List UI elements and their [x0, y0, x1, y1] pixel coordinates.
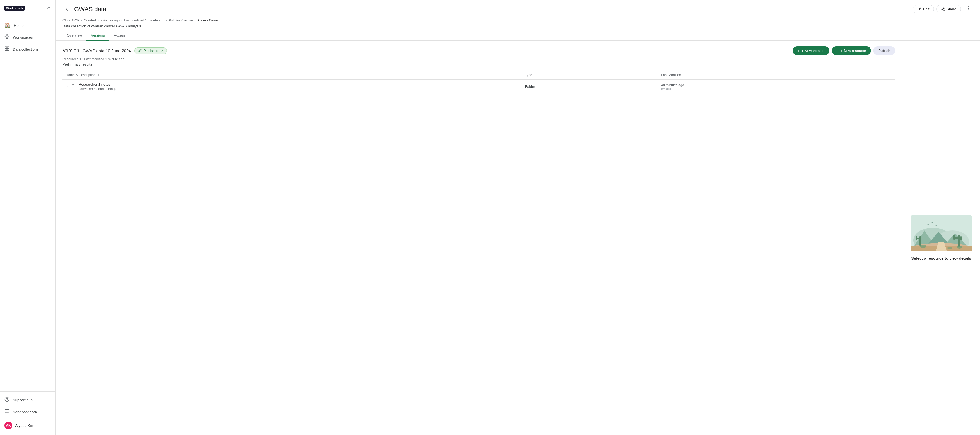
- edit-label: Edit: [923, 7, 929, 11]
- page-title: GWAS data: [74, 6, 106, 13]
- svg-point-18: [968, 10, 969, 11]
- resource-table: Name & Description Type Last Modified: [62, 71, 895, 94]
- more-options-button[interactable]: [963, 5, 973, 14]
- sidebar-item-send-feedback[interactable]: Send feedback: [0, 406, 56, 418]
- avatar: AK: [5, 422, 12, 429]
- version-description: Preliminary results: [62, 62, 895, 66]
- svg-rect-7: [5, 49, 7, 51]
- svg-point-12: [942, 9, 943, 10]
- sidebar-footer: Support hub Send feedback AK Alyssa Kim: [0, 392, 56, 435]
- tab-versions[interactable]: Versions: [86, 30, 109, 41]
- sidebar-logo: Workbench «: [0, 0, 56, 17]
- last-modified: Last modified 1 minute ago: [124, 18, 164, 22]
- version-section-label: Version: [62, 48, 79, 54]
- edit-icon: [918, 7, 921, 11]
- resource-name-cell: Researcher 1 notes Jane's notes and find…: [62, 80, 522, 94]
- user-section[interactable]: AK Alyssa Kim: [0, 418, 56, 433]
- sidebar-item-data-collections[interactable]: Data collections: [0, 43, 53, 55]
- sidebar-item-home[interactable]: 🏠 Home: [0, 19, 53, 31]
- sidebar-item-workspaces[interactable]: Workspaces: [0, 31, 53, 43]
- header-left: GWAS data: [62, 5, 106, 14]
- svg-rect-8: [7, 49, 9, 51]
- version-actions: + + New version + + New resource Publish: [793, 46, 895, 55]
- sidebar-nav: 🏠 Home Workspaces Data collections: [0, 17, 56, 392]
- svg-point-13: [943, 10, 945, 11]
- table-row[interactable]: Researcher 1 notes Jane's notes and find…: [62, 80, 895, 94]
- svg-point-17: [968, 8, 969, 9]
- tab-access[interactable]: Access: [109, 30, 130, 41]
- publish-button[interactable]: Publish: [873, 46, 895, 55]
- sidebar-label-support-hub: Support hub: [13, 398, 33, 402]
- main-content: GWAS data Edit Share Cloud GCP • Created…: [56, 0, 980, 435]
- svg-rect-6: [7, 46, 9, 48]
- sidebar: Workbench « 🏠 Home Workspaces Data colle…: [0, 0, 56, 435]
- policies: Policies 0 active: [169, 18, 193, 22]
- svg-rect-5: [5, 46, 7, 48]
- user-name: Alyssa Kim: [15, 423, 34, 428]
- dot-3: •: [166, 18, 167, 22]
- col-header-type: Type: [522, 71, 658, 80]
- header-actions: Edit Share: [913, 5, 973, 14]
- more-icon: [966, 6, 971, 11]
- publish-label: Publish: [878, 49, 890, 53]
- sidebar-item-support-hub[interactable]: Support hub: [0, 394, 56, 406]
- svg-point-11: [943, 8, 945, 9]
- svg-point-38: [947, 247, 952, 249]
- sidebar-label-workspaces: Workspaces: [13, 35, 33, 39]
- resource-modified-cell: 48 minutes ago By You: [658, 80, 895, 94]
- content-area: Version GWAS data 10 June 2024 Published…: [56, 41, 980, 435]
- svg-point-37: [956, 246, 962, 249]
- modified-by: By You: [661, 87, 892, 91]
- svg-line-14: [942, 9, 943, 10]
- workspaces-icon: [5, 34, 10, 40]
- version-name: GWAS data 10 June 2024: [83, 48, 131, 53]
- access-owner: Access Owner: [197, 18, 219, 22]
- svg-point-1: [5, 36, 6, 37]
- col-header-name: Name & Description: [62, 71, 522, 80]
- description-row: Data collection of ovarian cancer GWAS a…: [56, 24, 980, 30]
- sidebar-label-send-feedback: Send feedback: [13, 410, 37, 414]
- svg-point-36: [920, 245, 926, 248]
- resource-info: Researcher 1 notes Jane's notes and find…: [79, 82, 116, 91]
- left-panel: Version GWAS data 10 June 2024 Published…: [56, 41, 902, 435]
- new-resource-label: + New resource: [841, 49, 866, 53]
- logo-badge: Workbench: [5, 6, 24, 11]
- right-panel: Select a resource to view details: [902, 41, 980, 435]
- data-collections-icon: [5, 46, 10, 53]
- version-meta: Resources 1 • Last modified 1 minute ago: [62, 57, 895, 61]
- published-icon: [138, 49, 142, 53]
- edit-button[interactable]: Edit: [913, 5, 934, 13]
- tab-overview[interactable]: Overview: [62, 30, 86, 41]
- svg-point-4: [7, 38, 8, 39]
- send-feedback-icon: [5, 409, 10, 415]
- svg-rect-30: [916, 236, 917, 240]
- back-button[interactable]: [62, 5, 72, 14]
- expand-icon: [66, 85, 69, 88]
- sidebar-label-home: Home: [14, 24, 24, 28]
- select-resource-text: Select a resource to view details: [911, 256, 971, 261]
- folder-icon: [72, 84, 76, 89]
- expand-button[interactable]: [66, 84, 70, 89]
- new-resource-button[interactable]: + + New resource: [832, 46, 871, 55]
- collection-description: Data collection of ovarian cancer GWAS a…: [62, 24, 141, 28]
- version-header: Version GWAS data 10 June 2024 Published…: [62, 46, 895, 55]
- sidebar-collapse-button[interactable]: «: [46, 5, 51, 11]
- sort-down-icon: [97, 73, 100, 77]
- share-label: Share: [947, 7, 956, 11]
- published-label: Published: [143, 49, 158, 53]
- col-header-modified: Last Modified: [658, 71, 895, 80]
- resource-description: Jane's notes and findings: [79, 87, 116, 91]
- svg-point-3: [7, 35, 8, 35]
- svg-point-2: [8, 36, 9, 37]
- svg-rect-33: [953, 235, 955, 240]
- published-badge[interactable]: Published: [134, 48, 167, 54]
- new-version-button[interactable]: + + New version: [793, 46, 829, 55]
- dot-1: •: [81, 18, 82, 22]
- resource-type-cell: Folder: [522, 80, 658, 94]
- svg-rect-29: [917, 238, 921, 239]
- share-icon: [941, 7, 945, 11]
- share-button[interactable]: Share: [936, 5, 961, 13]
- chevron-down-icon: [160, 49, 163, 53]
- sidebar-label-data-collections: Data collections: [13, 47, 38, 51]
- svg-rect-34: [960, 236, 962, 240]
